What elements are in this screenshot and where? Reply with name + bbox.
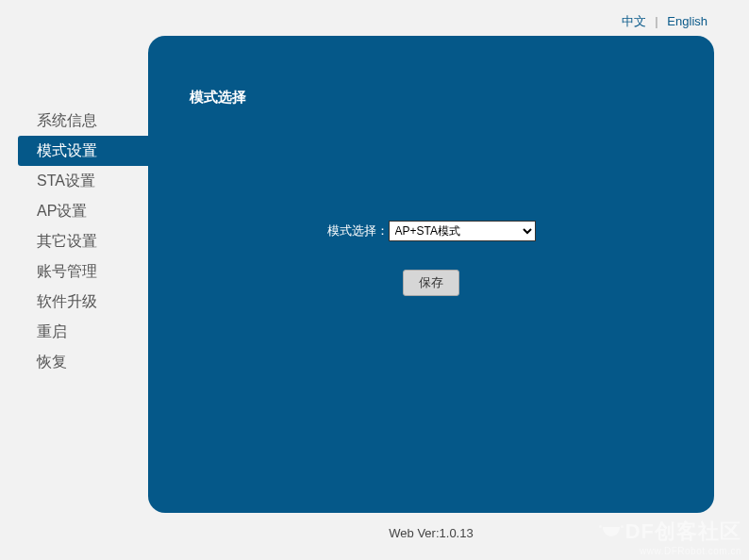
footer-version: Web Ver:1.0.13 [148,526,714,540]
mode-select[interactable]: AP+STA模式 [389,221,536,241]
sidebar-item-sta[interactable]: STA设置 [18,166,148,196]
panel-title: 模式选择 [190,89,246,107]
save-button[interactable]: 保存 [403,270,459,296]
sidebar-item-restore[interactable]: 恢复 [18,347,148,377]
lang-zh-link[interactable]: 中文 [622,14,646,28]
sidebar-item-reboot[interactable]: 重启 [18,317,148,347]
sidebar-item-mode[interactable]: 模式设置 [18,136,148,166]
lang-en-link[interactable]: English [667,14,707,28]
main-container: 系统信息模式设置STA设置AP设置其它设置账号管理软件升级重启恢复 模式选择 模… [0,36,749,560]
sidebar-item-other[interactable]: 其它设置 [18,226,148,256]
mode-form-row: 模式选择： AP+STA模式 [148,221,714,241]
sidebar-item-account[interactable]: 账号管理 [18,256,148,287]
lang-separator: | [655,14,657,28]
content-panel: 模式选择 模式选择： AP+STA模式 保存 [148,36,714,513]
language-switcher: 中文 | English [622,13,707,30]
sidebar-item-upgrade[interactable]: 软件升级 [18,287,148,317]
save-row: 保存 [148,270,714,296]
sidebar-item-sysinfo[interactable]: 系统信息 [18,106,148,136]
sidebar: 系统信息模式设置STA设置AP设置其它设置账号管理软件升级重启恢复 [18,106,148,377]
sidebar-item-ap[interactable]: AP设置 [18,196,148,226]
mode-label: 模式选择： [327,223,389,238]
